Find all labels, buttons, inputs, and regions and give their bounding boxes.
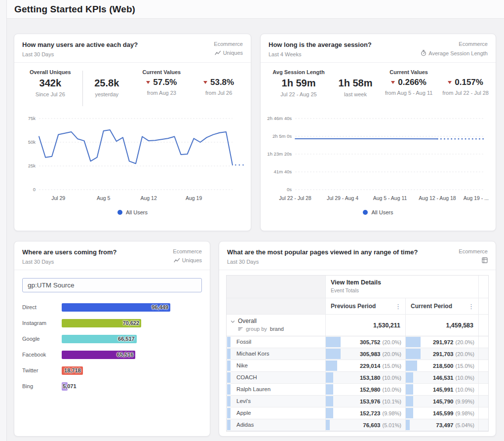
table-column-header-row: Previous Period ⋮ Current Period ⋮ xyxy=(227,298,488,315)
table-overall-row[interactable]: Overall group by brand 1,530,211 1,459,5… xyxy=(227,315,488,336)
table-row[interactable]: Adidas76,603(5.01%)73,497(5.04%) xyxy=(227,419,488,431)
current-period-cell: 73,497(5.04%) xyxy=(405,419,478,431)
cell-value-bar xyxy=(406,384,413,395)
legend-dot xyxy=(117,210,122,215)
brand-name: COACH xyxy=(227,372,325,383)
kebab-menu-icon[interactable]: ⋮ xyxy=(468,303,474,310)
utm-bar-row[interactable]: Facebook65,516 xyxy=(22,347,202,362)
group-by-property[interactable]: brand xyxy=(270,326,284,332)
utm-bar-value: 66,517 xyxy=(118,336,135,342)
report-title-link[interactable]: What are the most popular pages viewed i… xyxy=(227,248,418,256)
stat-change-month: 0.157% from Jul 22 - Jul 28 xyxy=(439,69,492,108)
daily-active-users-line-chart[interactable]: 75k50k25k0Jul 29Aug 5Aug 12Aug 19 xyxy=(17,112,247,205)
row-color-strip xyxy=(227,372,231,383)
svg-text:0s: 0s xyxy=(287,187,292,192)
value-count: 76,603 xyxy=(363,422,380,428)
table-group-header-row: View Item Details Event Totals xyxy=(227,276,488,298)
current-period-cell: 145,991(10.0%) xyxy=(405,384,478,395)
utm-category-label: Instagram xyxy=(22,320,62,326)
dashboard-titlebar: Getting Started KPIs (Web) xyxy=(7,0,504,19)
legend-dot xyxy=(363,210,368,215)
table-row[interactable]: Apple152,723(9.98%)145,599(9.98%) xyxy=(227,407,488,419)
panel-header: Where are users coming from? Last 30 Day… xyxy=(14,241,210,270)
kebab-menu-icon[interactable]: ⋮ xyxy=(395,303,401,310)
page-title: Getting Started KPIs (Web) xyxy=(14,4,135,15)
legend-all-users[interactable]: All Users xyxy=(14,209,251,215)
date-range-label: Last 4 Weeks xyxy=(269,51,372,57)
date-range-label: Last 30 Days xyxy=(22,51,138,57)
table-end-spacer xyxy=(478,372,488,383)
utm-bar-track: 96,449 xyxy=(62,303,203,312)
previous-period-cell: 76,603(5.01%) xyxy=(325,419,405,431)
utm-bar-chart: Direct96,449Instagram70,622Google66,517F… xyxy=(22,299,202,394)
utm-bar-row[interactable]: Twitter18,718 xyxy=(22,362,202,378)
event-name-header: View Item Details xyxy=(331,279,478,286)
value-count: 146,531 xyxy=(433,375,454,381)
value-percent: (20.0%) xyxy=(455,339,474,345)
cell-value-bar xyxy=(406,396,413,406)
utm-bar-track: 18,718 xyxy=(62,366,203,375)
table-row[interactable]: Michael Kors305,983(20.0%)291,703(20.0%) xyxy=(227,348,488,360)
stat-change-week: Current Values 0.266% from Aug 5 - Aug 1… xyxy=(378,69,439,108)
value-percent: (9.98%) xyxy=(455,410,474,416)
svg-text:Aug 19: Aug 19 xyxy=(186,195,202,201)
svg-text:50k: 50k xyxy=(28,139,36,145)
date-range-label: Last 30 Days xyxy=(22,259,116,265)
previous-period-cell: 305,983(20.0%) xyxy=(325,348,405,360)
utm-category-label: Google xyxy=(22,336,62,342)
table-row[interactable]: COACH153,180(10.0%)146,531(10.0%) xyxy=(227,372,488,384)
metric-label: Uniques xyxy=(223,50,243,56)
utm-bar-row[interactable]: Google66,517 xyxy=(22,331,202,347)
svg-text:1h 23m 20s: 1h 23m 20s xyxy=(267,151,292,157)
table-end-spacer xyxy=(478,384,488,395)
breakdown-selector[interactable]: gp:UTM Source xyxy=(22,278,202,292)
stat-overall-uniques: Overall Uniques 342k Since Jul 26 xyxy=(18,69,82,108)
table-icon xyxy=(482,257,488,263)
table-end-spacer xyxy=(478,396,488,407)
report-title-link[interactable]: How many users are active each day? xyxy=(22,41,138,48)
value-count: 305,752 xyxy=(360,339,381,345)
avg-session-line-chart[interactable]: 2h 46m 40s2h 5m 0s1h 23m 20s41m 40s0sJul… xyxy=(264,112,492,205)
stat-last-week: 1h 58m last week xyxy=(333,69,378,108)
value-percent: (15.0%) xyxy=(382,363,401,369)
svg-text:2h 5m 0s: 2h 5m 0s xyxy=(272,133,292,139)
legend-all-users[interactable]: All Users xyxy=(261,209,496,215)
table-row[interactable]: Fossil305,752(20.0%)291,972(20.0%) xyxy=(227,336,488,348)
row-color-strip xyxy=(227,384,231,395)
utm-bar-row[interactable]: Instagram70,622 xyxy=(22,315,202,331)
cell-value-bar xyxy=(326,408,333,418)
svg-text:2h 46m 40s: 2h 46m 40s xyxy=(267,116,292,121)
svg-text:75k: 75k xyxy=(28,116,36,121)
value-percent: (20.0%) xyxy=(455,351,474,357)
table-row[interactable]: Ralph Lauren152,980(10.0%)145,991(10.0%) xyxy=(227,384,488,396)
previous-period-cell: 153,976(10.1%) xyxy=(325,396,405,407)
utm-bar-track: 66,517 xyxy=(62,335,203,343)
cell-value-bar xyxy=(326,396,333,406)
cell-value-bar xyxy=(406,372,413,383)
column-header-current-period[interactable]: Current Period ⋮ xyxy=(406,298,478,314)
column-header-previous-period[interactable]: Previous Period ⋮ xyxy=(326,298,405,314)
chevron-down-icon[interactable] xyxy=(231,320,235,323)
decrease-arrow-icon xyxy=(391,81,395,84)
svg-text:Aug 12: Aug 12 xyxy=(140,195,156,201)
brand-name: Adidas xyxy=(227,419,325,431)
cell-value-bar xyxy=(326,384,333,395)
previous-period-cell: 152,980(10.0%) xyxy=(325,384,405,395)
project-label: Ecommerce xyxy=(459,248,488,254)
report-title-link[interactable]: Where are users coming from? xyxy=(22,248,116,256)
utm-bar-row[interactable]: Direct96,449 xyxy=(22,299,202,315)
table-end-spacer xyxy=(478,348,488,360)
project-label: Ecommerce xyxy=(173,248,202,254)
table-end-spacer xyxy=(478,419,488,431)
table-row[interactable]: Levi's153,976(10.1%)145,790(9.99%) xyxy=(227,396,488,407)
svg-text:0: 0 xyxy=(33,187,36,192)
utm-bar-row[interactable]: Bing5,071 xyxy=(22,378,202,394)
table-end-spacer xyxy=(478,407,488,419)
table-row[interactable]: Nike229,014(15.0%)218,500(15.0%) xyxy=(227,360,488,372)
value-count: 152,723 xyxy=(360,410,381,416)
stat-change-week: Current Values 57.5% from Aug 23 xyxy=(131,69,193,108)
value-count: 145,599 xyxy=(433,410,454,416)
report-title-link[interactable]: How long is the average session? xyxy=(269,41,372,48)
brand-name: Nike xyxy=(227,360,325,371)
event-totals-label: Event Totals xyxy=(331,287,478,293)
